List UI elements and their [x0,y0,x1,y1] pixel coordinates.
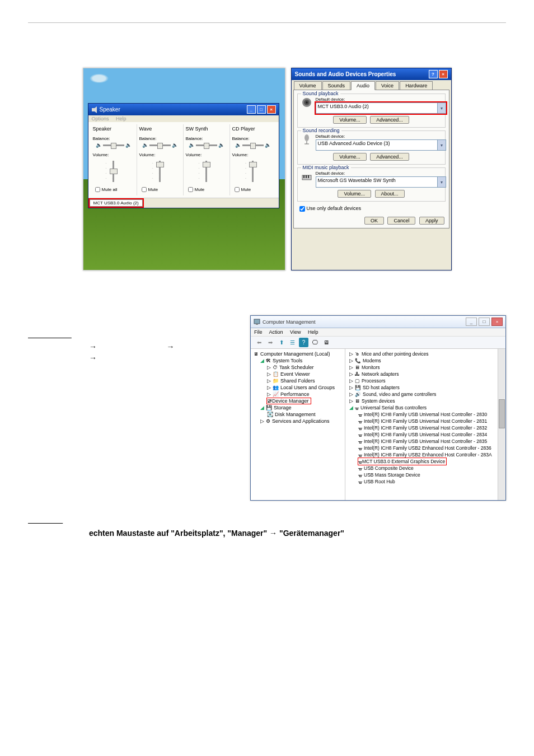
balance-slider[interactable]: 🔈🔈 [186,142,227,148]
modem-icon: 📞 [355,357,361,364]
menu-help[interactable]: Help [308,329,318,335]
device-category[interactable]: ▷🖧Network adapters [347,371,504,377]
menu-action[interactable]: Action [269,329,283,335]
scan-icon[interactable]: 🖥 [321,338,331,347]
balance-slider[interactable]: 🔈🔈 [232,142,274,148]
col-swsynth: SW Synth Balance: 🔈🔈 Volume: - -- -- -- … [184,124,230,195]
mute-checkbox[interactable] [142,187,147,192]
menu-file[interactable]: File [254,329,263,335]
mute-checkbox[interactable] [235,187,240,192]
tab-audio[interactable]: Audio [351,81,375,90]
figure-row: Speaker _ □ × Options Help Speaker Balan [28,68,506,270]
speaker-left-icon: 🔈 [96,142,102,148]
back-icon[interactable]: ⬅ [254,338,264,347]
device-item[interactable]: ᚗUSB Root Hub [347,478,504,485]
use-default-checkbox[interactable] [299,206,305,212]
device-category[interactable]: ◢ᚗUniversal Serial Bus controllers [347,404,504,411]
recording-device-dropdown[interactable]: USB Advanced Audio Device (3)▾ [316,139,446,151]
up-icon[interactable]: ⬆ [277,338,286,347]
tree-item-root[interactable]: 🖥Computer Management (Local) [252,351,343,357]
close-button[interactable]: × [267,105,276,114]
menu-options[interactable]: Options [92,116,109,122]
tree-item-tasksched[interactable]: ▷⏱Task Scheduler [252,364,343,371]
device-item[interactable]: ᚗUSB Composite Device [347,465,504,472]
device-category[interactable]: ▷🖱Mice and other pointing devices [347,351,504,357]
cm-titlebar[interactable]: Computer Management _ □ × [251,316,505,328]
refresh-icon[interactable]: 🖵 [310,338,320,347]
cm-device-list[interactable]: ▷🖱Mice and other pointing devices ▷📞Mode… [345,349,505,500]
volume-slider[interactable]: - -- -- -- - [242,160,264,183]
help-icon[interactable]: ? [299,338,308,347]
apply-button[interactable]: Apply [419,217,444,225]
tab-voice[interactable]: Voice [376,81,399,90]
tree-item-systools[interactable]: ◢🛠System Tools [252,357,343,364]
balance-slider[interactable]: 🔈🔈 [139,142,181,148]
maximize-button[interactable]: □ [479,318,490,326]
sound-properties-window: Sounds and Audio Devices Properties ? × … [291,68,452,270]
midi-volume-button[interactable]: Volume... [338,190,371,198]
speaker-right-icon: 🔈 [218,142,224,148]
speaker-menubar: Options Help [88,115,279,122]
volume-slider[interactable]: - -- -- -- - [195,160,218,183]
tabs: Volume Sounds Audio Voice Hardware [292,80,451,90]
close-button[interactable]: × [491,318,503,326]
device-item[interactable]: ᚗIntel(R) ICH8 Family USB Universal Host… [347,438,504,445]
device-category[interactable]: ▷▢Processors [347,377,504,384]
device-item[interactable]: ᚗIntel(R) ICH8 Family USB Universal Host… [347,431,504,438]
device-category[interactable]: ▷🖥Monitors [347,364,504,371]
device-item[interactable]: ᚗIntel(R) ICH8 Family USB Universal Host… [347,411,504,418]
cancel-button[interactable]: Cancel [387,217,415,225]
device-item[interactable]: ᚗIntel(R) ICH8 Family USB Universal Host… [347,424,504,431]
properties-icon[interactable]: ☰ [288,338,297,347]
scrollbar[interactable] [498,349,505,500]
tree-item-services[interactable]: ▷⚙Services and Applications [252,418,343,424]
maximize-button[interactable]: □ [257,105,266,114]
playback-legend: Sound playback [301,91,340,96]
device-category[interactable]: ▷🖥System devices [347,398,504,404]
forward-icon[interactable]: ➡ [265,338,275,347]
tab-sounds[interactable]: Sounds [322,81,351,90]
help-button[interactable]: ? [429,70,438,78]
close-button[interactable]: × [439,70,448,78]
ok-button[interactable]: OK [364,217,384,225]
tree-item-localusers[interactable]: ▷👥Local Users and Groups [252,384,343,391]
device-category[interactable]: ▷🔊Sound, video and game controllers [347,391,504,398]
mute-all-checkbox[interactable] [95,187,100,192]
sound-titlebar[interactable]: Sounds and Audio Devices Properties ? × [292,68,451,80]
minimize-button[interactable]: _ [247,105,256,114]
mute-checkbox[interactable] [188,187,193,192]
menu-help[interactable]: Help [116,116,127,122]
default-device-label: Default device: [316,134,442,139]
volume-slider[interactable]: - -- -- -- - [102,160,125,183]
tree-item-eventviewer[interactable]: ▷📋Event Viewer [252,371,343,377]
tab-hardware[interactable]: Hardware [400,81,433,90]
recording-advanced-button[interactable]: Advanced... [370,153,409,161]
recording-volume-button[interactable]: Volume... [333,153,367,161]
playback-device-dropdown[interactable]: MCT USB3.0 Audio (2)▾ [316,102,446,114]
tab-volume[interactable]: Volume [294,81,322,90]
cm-tree[interactable]: 🖥Computer Management (Local) ◢🛠System To… [251,349,345,500]
device-item[interactable]: ᚗIntel(R) ICH8 Family USB Universal Host… [347,418,504,424]
mute-label: Mute [148,187,158,192]
playback-volume-button[interactable]: Volume... [333,116,367,124]
midi-device-dropdown[interactable]: Microsoft GS Wavetable SW Synth▾ [316,176,446,188]
tree-item-sharedfolders[interactable]: ▷📁Shared Folders [252,377,343,384]
device-item-highlighted[interactable]: ᚗMCT USB3.0 External Graphics Device [347,458,504,465]
tree-item-storage[interactable]: ◢💾Storage [252,404,343,411]
device-category[interactable]: ▷📞Modems [347,357,504,364]
tree-item-devicemgr[interactable]: 🖳Device Manager [252,398,343,404]
tree-item-diskmgmt[interactable]: 💽Disk Management [252,411,343,418]
device-category[interactable]: ▷💾SD host adapters [347,384,504,391]
volume-slider[interactable]: - -- -- -- - [149,160,171,183]
device-item[interactable]: ᚗUSB Mass Storage Device [347,472,504,478]
device-item[interactable]: ᚗIntel(R) ICH8 Family USB2 Enhanced Host… [347,451,504,458]
speaker-titlebar[interactable]: Speaker _ □ × [88,104,279,115]
device-item[interactable]: ᚗIntel(R) ICH8 Family USB2 Enhanced Host… [347,445,504,451]
menu-view[interactable]: View [290,329,301,335]
minimize-button[interactable]: _ [466,318,477,326]
tree-item-performance[interactable]: ▷📈Performance [252,391,343,398]
midi-about-button[interactable]: About... [375,190,405,198]
balance-slider[interactable]: 🔈🔈 [93,142,134,148]
playback-advanced-button[interactable]: Advanced... [370,116,409,124]
speaker-title: Speaker [100,106,120,113]
